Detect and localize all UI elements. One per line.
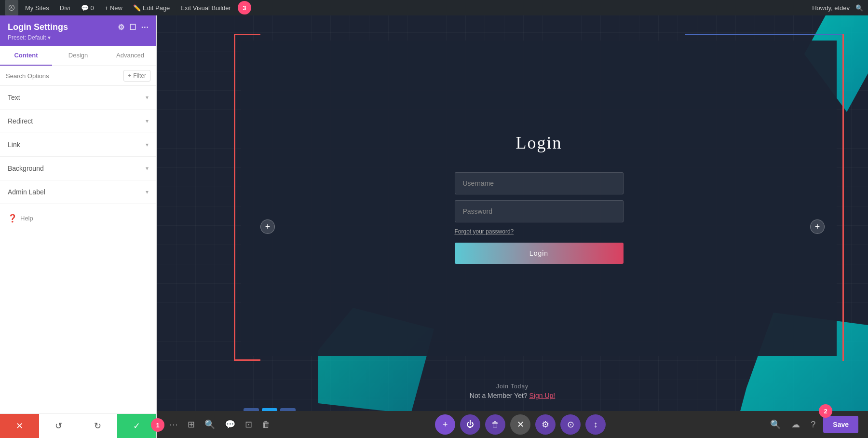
badge-3: 3	[238, 1, 251, 14]
comments-btn[interactable]: 💬 0	[77, 0, 98, 15]
close-button[interactable]: ✕	[510, 414, 530, 435]
responsive-icon[interactable]: ⊡	[242, 416, 255, 433]
search-input[interactable]	[6, 72, 123, 80]
accordion-background-header[interactable]: Background ▾	[0, 157, 156, 180]
search-toolbar-icon[interactable]: 🔍	[202, 416, 218, 433]
login-button[interactable]: Login	[455, 243, 624, 264]
sidebar-tabs: Content Design Advanced	[0, 46, 156, 66]
accordion-redirect-label: Redirect	[8, 117, 33, 125]
add-column-left-button[interactable]: +	[260, 219, 275, 234]
chevron-down-icon: ▾	[146, 165, 149, 172]
help-label: Help	[20, 215, 33, 222]
login-module: Login Forgot your password? Login	[241, 41, 837, 356]
join-today-label: Join Today	[157, 383, 868, 390]
accordion-link: Link ▾	[0, 133, 156, 157]
join-section: Join Today Not a Member Yet? Sign Up!	[157, 383, 868, 399]
undo-button[interactable]: ↺	[39, 414, 78, 438]
sign-up-link[interactable]: Sign Up!	[529, 392, 556, 399]
red-line-left	[234, 34, 235, 361]
accordion-admin-label-header[interactable]: Admin Label ▾	[0, 180, 156, 204]
settings-button[interactable]: ⚙	[535, 414, 556, 435]
exit-visual-builder-btn[interactable]: Exit Visual Builder	[176, 0, 235, 15]
comments-toolbar-icon[interactable]: 💬	[222, 416, 238, 433]
tab-content[interactable]: Content	[0, 46, 52, 66]
login-form: Forgot your password? Login	[455, 172, 624, 264]
accordion-link-header[interactable]: Link ▾	[0, 133, 156, 156]
sidebar-title: Login Settings ⚙ ☐ ⋯	[8, 22, 149, 32]
more-icon[interactable]: ⋯	[141, 23, 149, 32]
accordion-link-label: Link	[8, 141, 20, 149]
admin-search-icon[interactable]: 🔍	[855, 4, 863, 12]
confirm-icon: ✓	[133, 421, 140, 431]
accordion-text-label: Text	[8, 94, 20, 101]
forgot-password-link[interactable]: Forgot your password?	[455, 228, 624, 235]
filter-button[interactable]: + Filter	[123, 70, 150, 82]
accordion-background-label: Background	[8, 164, 44, 172]
chevron-down-icon: ▾	[146, 189, 149, 195]
add-new-button[interactable]: +	[435, 414, 455, 435]
red-line-right	[842, 34, 844, 361]
filter-label: Filter	[133, 72, 146, 79]
sidebar-bottom-actions: ✕ ↺ ↻ ✓	[0, 413, 156, 438]
more-options-icon[interactable]: ⋯	[166, 416, 181, 433]
toolbar-right: 🔍 ☁ ? Save	[767, 416, 858, 433]
divi-btn[interactable]: Divi	[56, 0, 74, 15]
my-sites-btn[interactable]: My Sites	[21, 0, 53, 15]
admin-bar-left: My Sites Divi 💬 0 + New ✏️ Edit Page Exi…	[5, 0, 812, 15]
accordion-redirect-header[interactable]: Redirect ▾	[0, 110, 156, 133]
accordion-redirect: Redirect ▾	[0, 110, 156, 133]
password-input[interactable]	[455, 200, 624, 222]
undo-icon: ↺	[55, 421, 62, 431]
tab-advanced[interactable]: Advanced	[104, 46, 156, 66]
resize-button[interactable]: ↕	[585, 414, 606, 435]
trash-toolbar-icon[interactable]: 🗑	[259, 417, 273, 433]
redo-icon: ↻	[94, 421, 101, 431]
howdy-text: Howdy, etdev	[812, 4, 850, 12]
accordion-text-header[interactable]: Text ▾	[0, 86, 156, 109]
badge-1: 1	[151, 418, 164, 432]
sidebar-search-bar: + Filter	[0, 66, 156, 86]
login-title: Login	[516, 133, 562, 153]
search-right-icon[interactable]: 🔍	[767, 416, 784, 433]
expand-icon[interactable]: ☐	[129, 23, 136, 32]
username-input[interactable]	[455, 172, 624, 194]
canvas-area: Login Forgot your password? Login + + Jo…	[157, 15, 868, 438]
builder-toolbar: ⋯ ⊞ 🔍 💬 ⊡ 🗑 + ⏻ 🗑 ✕ ⚙ ⊙ ↕ 🔍 ☁ ? Save	[157, 411, 868, 438]
admin-bar-right: Howdy, etdev 🔍	[812, 4, 863, 12]
wp-logo[interactable]	[5, 0, 18, 15]
red-line-top	[234, 34, 844, 35]
sync-icon[interactable]: ⚙	[118, 23, 124, 32]
save-button[interactable]: Save	[823, 416, 858, 433]
not-member-text: Not a Member Yet? Sign Up!	[157, 392, 868, 399]
history-button[interactable]: ⊙	[560, 414, 581, 435]
red-line-bottom	[234, 359, 844, 361]
help-icon: ❓	[8, 214, 17, 223]
sidebar-header: Login Settings ⚙ ☐ ⋯ Preset: Default ▾	[0, 15, 156, 46]
redo-button[interactable]: ↻	[78, 414, 117, 438]
delete-button[interactable]: 🗑	[485, 414, 505, 435]
power-button[interactable]: ⏻	[460, 414, 480, 435]
filter-plus-icon: +	[128, 72, 131, 79]
accordion-admin-label-text: Admin Label	[8, 188, 45, 196]
sidebar-title-icons: ⚙ ☐ ⋯	[118, 23, 149, 32]
cloud-icon[interactable]: ☁	[788, 416, 803, 433]
badge-2: 2	[819, 404, 832, 418]
accordion-text: Text ▾	[0, 86, 156, 110]
chevron-down-icon: ▾	[146, 118, 149, 124]
cancel-icon: ✕	[16, 421, 23, 431]
chevron-down-icon: ▾	[146, 94, 149, 101]
toolbar-left: ⋯ ⊞ 🔍 💬 ⊡ 🗑	[166, 416, 273, 433]
help-toolbar-icon[interactable]: ?	[808, 417, 818, 433]
new-btn[interactable]: + New	[101, 0, 126, 15]
preset-label[interactable]: Preset: Default ▾	[8, 34, 149, 41]
help-section[interactable]: ❓ Help	[0, 204, 156, 233]
edit-page-btn[interactable]: ✏️ Edit Page	[129, 0, 174, 15]
wp-admin-bar: My Sites Divi 💬 0 + New ✏️ Edit Page Exi…	[0, 0, 868, 15]
tab-design[interactable]: Design	[52, 46, 104, 66]
cancel-button[interactable]: ✕	[0, 414, 39, 438]
confirm-button[interactable]: ✓	[117, 414, 156, 438]
accordion-admin-label: Admin Label ▾	[0, 180, 156, 204]
wireframe-icon[interactable]: ⊞	[185, 416, 198, 433]
add-column-right-button[interactable]: +	[810, 219, 825, 234]
chevron-down-icon: ▾	[146, 141, 149, 148]
